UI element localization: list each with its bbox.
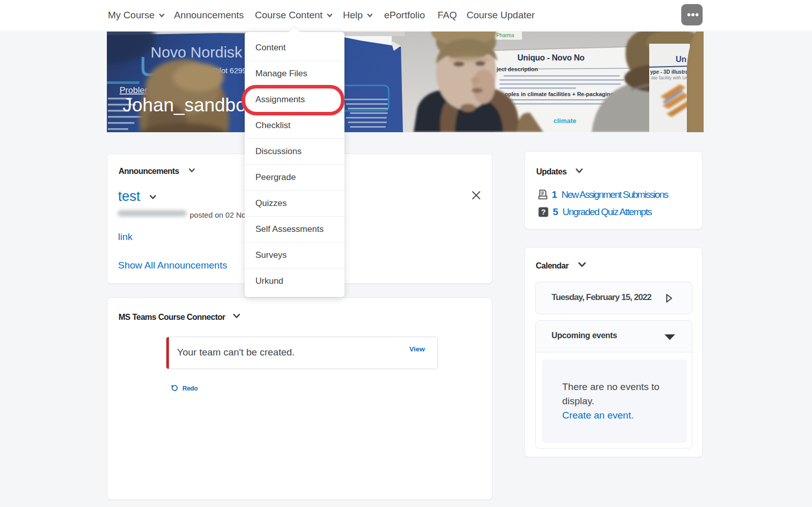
svg-text:ype - 3D illustrat: ype - 3D illustrat: [650, 69, 690, 75]
svg-text:Probler: Probler: [120, 85, 148, 95]
svg-text:Un: Un: [676, 55, 686, 64]
svg-text:?: ?: [541, 207, 545, 216]
svg-text:climate: climate: [554, 117, 576, 125]
svg-text:Uniquo - Novo No: Uniquo - Novo No: [517, 53, 585, 62]
svg-text:Novo Nordisk: Novo Nordisk: [151, 44, 243, 61]
svg-text:ate facility with Uni: ate facility with Uni: [651, 75, 689, 80]
svg-text:ject description: ject description: [496, 66, 538, 72]
